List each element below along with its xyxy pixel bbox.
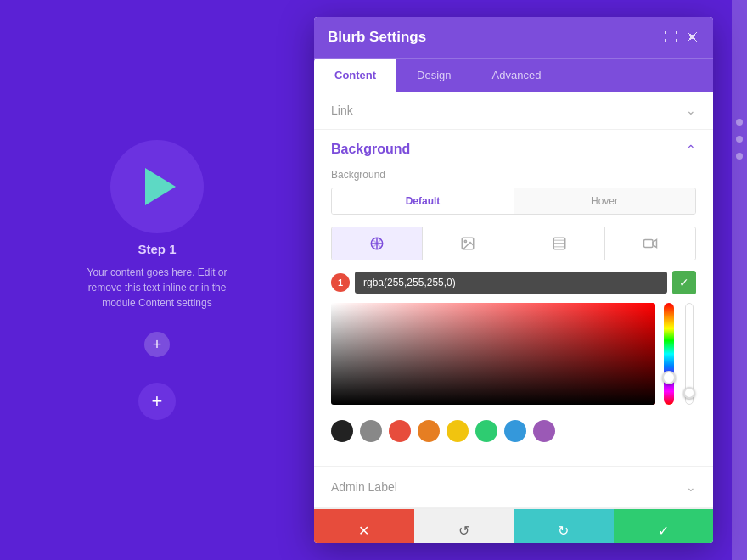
swatch-orange[interactable] [418, 420, 440, 442]
module-text: Your content goes here. Edit or remove t… [72, 265, 242, 311]
admin-label-section: Admin Label ⌄ [314, 467, 713, 508]
play-icon [145, 168, 176, 205]
sub-tab-hover[interactable]: Hover [514, 188, 695, 214]
color-picker[interactable] [331, 303, 696, 405]
panel-header: Blurb Settings ⛶ ⯍ [314, 17, 713, 58]
save-button[interactable]: ✓ [614, 509, 714, 543]
canvas-area: Step 1 Your content goes here. Edit or r… [0, 0, 314, 560]
sub-tab-default[interactable]: Default [332, 188, 514, 214]
add-module-button[interactable]: + [138, 383, 176, 420]
module-title: Step 1 [138, 242, 176, 256]
background-chevron-icon: ⌃ [686, 143, 696, 156]
swatch-blue[interactable] [504, 420, 526, 442]
color-swatches [331, 413, 696, 449]
strip-dot-1 [736, 119, 743, 126]
hue-slider-container [662, 303, 676, 405]
color-input-row: 1 ✓ [331, 271, 696, 294]
blurb-module: Step 1 Your content goes here. Edit or r… [72, 140, 242, 311]
module-icon-circle [110, 140, 204, 233]
add-row-button[interactable]: + [144, 332, 170, 357]
hue-bar[interactable] [664, 303, 674, 405]
color-gradient-box[interactable] [331, 303, 655, 405]
background-section-content: Background Default Hover [314, 169, 713, 466]
link-section-title: Link [331, 104, 353, 117]
link-section-header[interactable]: Link ⌄ [314, 92, 713, 129]
strip-dot-2 [736, 136, 743, 143]
cancel-button[interactable]: ✕ [314, 509, 414, 543]
background-section-title: Background [331, 142, 410, 157]
color-value-input[interactable] [355, 272, 667, 294]
panel-title: Blurb Settings [328, 29, 426, 46]
admin-label-header[interactable]: Admin Label ⌄ [314, 467, 713, 507]
swatch-black[interactable] [331, 420, 353, 442]
right-strip [732, 0, 747, 560]
hue-thumb[interactable] [662, 371, 676, 384]
svg-point-2 [465, 240, 467, 242]
swatch-gray[interactable] [360, 420, 382, 442]
opacity-bar[interactable] [685, 303, 694, 405]
swatch-yellow[interactable] [447, 420, 469, 442]
background-section: Background ⌃ Background Default Hover [314, 130, 713, 467]
split-icon[interactable]: ⯍ [686, 30, 699, 45]
swatch-purple[interactable] [533, 420, 555, 442]
gradient-type-button[interactable] [514, 227, 605, 260]
swatch-green[interactable] [475, 420, 497, 442]
background-sub-label: Background [331, 169, 696, 181]
image-type-button[interactable] [423, 227, 514, 260]
background-section-header[interactable]: Background ⌃ [314, 130, 713, 169]
video-type-button[interactable] [605, 227, 695, 260]
settings-panel: Blurb Settings ⛶ ⯍ Content Design Advanc… [314, 17, 713, 543]
panel-footer: ✕ ↺ ↻ ✓ [314, 508, 713, 543]
panel-body: Link ⌄ Background ⌃ Background Default H… [314, 92, 713, 508]
opacity-slider-container [682, 303, 696, 405]
link-section: Link ⌄ [314, 92, 713, 130]
type-icons-row [331, 227, 696, 260]
undo-button[interactable]: ↺ [414, 509, 514, 543]
color-confirm-button[interactable]: ✓ [672, 271, 696, 294]
svg-rect-7 [643, 240, 653, 248]
fullscreen-icon[interactable]: ⛶ [664, 30, 677, 45]
redo-button[interactable]: ↻ [514, 509, 614, 543]
color-badge: 1 [331, 273, 350, 292]
admin-chevron-icon: ⌄ [686, 480, 696, 494]
color-type-button[interactable] [332, 227, 423, 260]
default-hover-tabs: Default Hover [331, 188, 696, 215]
link-chevron-icon: ⌄ [686, 104, 696, 117]
tab-content[interactable]: Content [314, 59, 396, 92]
tab-advanced[interactable]: Advanced [472, 59, 562, 92]
tab-design[interactable]: Design [396, 59, 471, 92]
gradient-overlay [331, 303, 655, 405]
panel-tabs: Content Design Advanced [314, 58, 713, 92]
strip-dot-3 [736, 153, 743, 160]
admin-label-title: Admin Label [331, 480, 397, 494]
opacity-thumb[interactable] [683, 387, 695, 399]
swatch-red[interactable] [389, 420, 411, 442]
panel-header-icons: ⛶ ⯍ [664, 30, 699, 45]
